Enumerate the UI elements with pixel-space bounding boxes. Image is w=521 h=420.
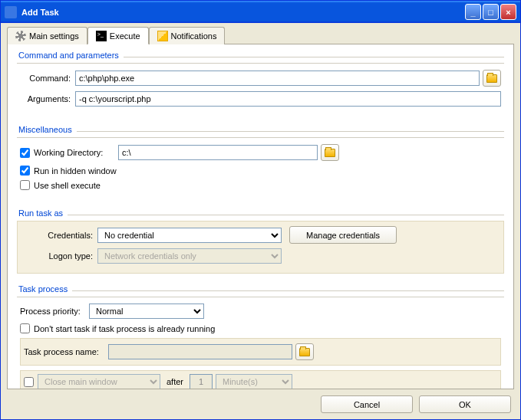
process-priority-select[interactable]: Normal bbox=[89, 304, 204, 319]
folder-icon bbox=[486, 74, 497, 83]
minimize-button[interactable]: _ bbox=[465, 4, 481, 20]
command-input[interactable] bbox=[75, 71, 480, 86]
label-process-priority: Process priority: bbox=[20, 307, 89, 316]
group-run-as: Run task as Credentials: No credential M… bbox=[17, 208, 504, 274]
label-after: after bbox=[167, 377, 183, 386]
label-use-shell: Use shell execute bbox=[34, 181, 101, 190]
task-process-name-input bbox=[108, 344, 292, 359]
window-body: Main settings Execute Notifications Comm… bbox=[1, 23, 520, 419]
group-command-params: Command and parameters Command: Argument… bbox=[17, 51, 504, 114]
credentials-select[interactable]: No credential bbox=[97, 228, 282, 243]
tab-execute[interactable]: Execute bbox=[87, 27, 149, 44]
maximize-button[interactable]: □ bbox=[483, 4, 499, 20]
tab-execute-label: Execute bbox=[110, 31, 140, 41]
ok-button[interactable]: OK bbox=[419, 395, 511, 413]
tab-main-settings[interactable]: Main settings bbox=[7, 27, 87, 44]
folder-icon bbox=[299, 348, 310, 356]
dialog-footer: Cancel OK bbox=[7, 389, 514, 413]
label-command: Command: bbox=[20, 74, 75, 83]
tab-notifications-label: Notifications bbox=[171, 31, 217, 41]
group-title-task-process: Task process bbox=[17, 284, 68, 294]
arguments-input[interactable] bbox=[75, 91, 501, 107]
group-title-command: Command and parameters bbox=[17, 51, 119, 60]
after-unit-select: Minute(s) bbox=[216, 374, 292, 389]
window-title: Add Task bbox=[21, 8, 463, 17]
close-after-checkbox[interactable] bbox=[24, 377, 34, 387]
tab-panel: Command and parameters Command: Argument… bbox=[7, 44, 514, 389]
label-arguments: Arguments: bbox=[20, 94, 75, 103]
terminal-icon bbox=[96, 31, 107, 41]
tab-bar: Main settings Execute Notifications bbox=[7, 26, 514, 44]
app-icon bbox=[5, 6, 17, 18]
tab-notifications[interactable]: Notifications bbox=[149, 27, 226, 44]
label-working-dir: Working Directory: bbox=[34, 148, 118, 157]
close-action-select: Close main window bbox=[38, 374, 160, 389]
working-dir-checkbox[interactable] bbox=[20, 148, 30, 158]
browse-command-button[interactable] bbox=[483, 70, 501, 87]
browse-process-name-button[interactable] bbox=[295, 343, 314, 360]
use-shell-checkbox[interactable] bbox=[20, 180, 30, 190]
tab-main-label: Main settings bbox=[29, 31, 79, 41]
add-task-window: Add Task _ □ × Main settings Execute Not… bbox=[0, 0, 521, 420]
label-task-process-name: Task process name: bbox=[24, 347, 108, 356]
gear-icon bbox=[15, 31, 26, 41]
run-hidden-checkbox[interactable] bbox=[20, 166, 30, 176]
label-logon-type: Logon type: bbox=[21, 251, 97, 261]
label-credentials: Credentials: bbox=[21, 231, 97, 240]
dont-start-checkbox[interactable] bbox=[20, 323, 30, 333]
cancel-button[interactable]: Cancel bbox=[321, 395, 413, 413]
label-run-hidden: Run in hidden window bbox=[34, 166, 117, 176]
after-value-input bbox=[190, 374, 213, 389]
group-task-process: Task process Process priority: Normal Do… bbox=[17, 284, 504, 389]
group-title-misc: Miscellaneous bbox=[17, 125, 72, 134]
manage-credentials-button[interactable]: Manage credentials bbox=[289, 226, 397, 244]
browse-working-dir-button[interactable] bbox=[321, 144, 339, 161]
logon-type-select: Network credentials only bbox=[97, 248, 282, 264]
envelope-icon bbox=[157, 31, 168, 41]
title-bar: Add Task _ □ × bbox=[1, 1, 520, 23]
folder-icon bbox=[325, 149, 335, 157]
group-miscellaneous: Miscellaneous Working Directory: Run in … bbox=[17, 125, 504, 198]
working-dir-input[interactable] bbox=[118, 145, 318, 160]
close-button[interactable]: × bbox=[500, 4, 516, 20]
label-dont-start: Don't start task if task process is alre… bbox=[34, 324, 215, 333]
group-title-run-as: Run task as bbox=[17, 208, 63, 218]
